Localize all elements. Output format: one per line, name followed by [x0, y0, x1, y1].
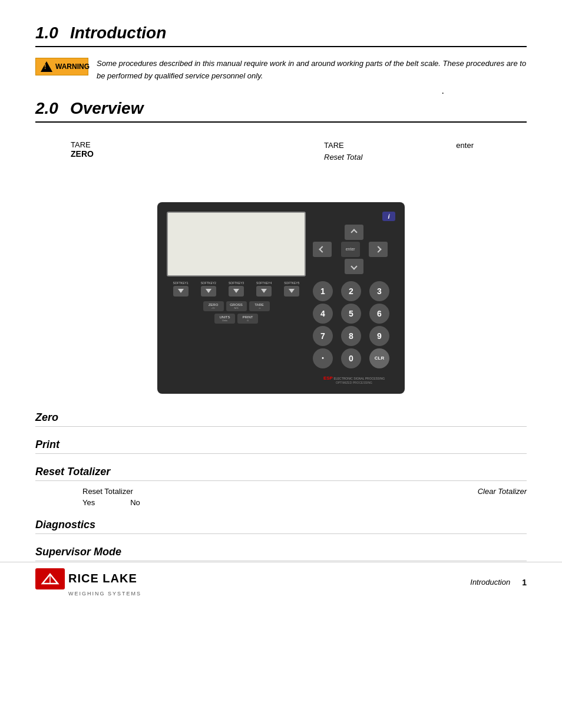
clear-totalizer-label: Clear Totalizer [478, 487, 527, 496]
print-btn[interactable]: PRINT⊙ [237, 314, 258, 324]
print-section: Print [35, 439, 527, 454]
keypad-device: SOFTKEY1 SOFTKEY2 SOFTKEY3 SOFTKEY4 SOFT… [157, 202, 405, 394]
section-intro-number: 1.0 [35, 24, 58, 42]
softkey4-label: SOFTKEY4 [256, 281, 272, 285]
brand-sub: WEIGHING SYSTEMS [35, 591, 141, 597]
numpad: 1 2 3 4 5 6 7 8 9 • 0 CLR [313, 281, 395, 368]
label-tare-right: TARE [324, 140, 344, 150]
softkey-labels: SOFTKEY1 SOFTKEY2 SOFTKEY3 SOFTKEY4 SOFT… [167, 281, 306, 285]
zero-heading: Zero [35, 411, 527, 427]
nav-right-icon [375, 246, 382, 252]
keypad-wrapper: SOFTKEY1 SOFTKEY2 SOFTKEY3 SOFTKEY4 SOFT… [35, 202, 527, 394]
label-tare-left-text: TARE [71, 140, 94, 149]
brand-name: RICE LAKE [68, 572, 137, 585]
num-5-btn[interactable]: 5 [341, 304, 361, 324]
softkey1-arrow-icon [178, 289, 184, 293]
rice-lake-icon [35, 568, 65, 589]
esp-text: ESP [323, 375, 333, 381]
label-tare-left: TARE ZERO [71, 140, 94, 159]
zero-btn[interactable]: ZERO↓O↑ [203, 301, 224, 311]
footer-right: Introduction 1 [470, 578, 527, 587]
softkey3-arrow-icon [233, 289, 239, 293]
section-intro-title: Introduction [70, 24, 166, 42]
esp-optimized: OPTIMIZED PROCESSING [313, 381, 395, 384]
num-1-btn[interactable]: 1 [313, 281, 333, 301]
label-zero-left-text: ZERO [71, 149, 94, 159]
diagnostics-section: Diagnostics [35, 519, 527, 534]
warning-badge: WARNING [35, 58, 88, 75]
softkey3-btn[interactable] [229, 286, 244, 297]
zero-section: Zero [35, 411, 527, 427]
nav-left-btn[interactable] [313, 242, 332, 257]
label-reset-total: Reset Total [324, 152, 362, 162]
warning-badge-text: WARNING [55, 62, 90, 71]
keypad-section: TARE ZERO TARE enter Reset Total [35, 140, 527, 394]
softkey2-btn[interactable] [201, 286, 216, 297]
softkey1-btn[interactable] [173, 286, 189, 297]
fn-row-2: UNITSUnits PRINT⊙ [167, 314, 306, 324]
gross-btn[interactable]: GROSSN/G [226, 301, 247, 311]
nav-down-icon [351, 263, 357, 269]
keypad-inner: SOFTKEY1 SOFTKEY2 SOFTKEY3 SOFTKEY4 SOFT… [167, 212, 395, 384]
num-0-btn[interactable]: 0 [341, 348, 361, 368]
nav-enter-label: enter [346, 247, 355, 251]
reset-totalizer-section: Reset Totalizer Reset Totalizer Clear To… [35, 466, 527, 507]
info-btn[interactable]: i [382, 212, 395, 221]
yes-label: Yes [35, 498, 95, 507]
softkey1-label: SOFTKEY1 [173, 281, 189, 285]
num-8-btn[interactable]: 8 [341, 326, 361, 346]
supervisor-heading: Supervisor Mode [35, 546, 527, 561]
softkey5-label: SOFTKEY5 [284, 281, 299, 285]
page-container: 1.0 Introduction . WARNING Some procedur… [0, 0, 562, 608]
no-label: No [130, 498, 140, 507]
warning-triangle-icon [41, 61, 52, 72]
keypad-right-panel: i enter [313, 212, 395, 384]
num-3-btn[interactable]: 3 [369, 281, 389, 301]
diagnostics-heading: Diagnostics [35, 519, 527, 534]
esp-sub: ELECTRONIC SIGNAL PROCESSING [334, 377, 385, 380]
reset-totalizer-heading: Reset Totalizer [35, 466, 527, 481]
units-btn[interactable]: UNITSUnits [214, 314, 235, 324]
rice-lake-svg [40, 572, 60, 586]
section-overview-heading: 2.0 Overview [35, 99, 527, 123]
esp-logo: ESP ELECTRONIC SIGNAL PROCESSING OPTIMIZ… [313, 375, 395, 384]
keypad-left-panel: SOFTKEY1 SOFTKEY2 SOFTKEY3 SOFTKEY4 SOFT… [167, 212, 306, 384]
num-4-btn[interactable]: 4 [313, 304, 333, 324]
display-screen [167, 212, 306, 276]
nav-up-btn[interactable] [345, 225, 363, 240]
softkey2-label: SOFTKEY2 [201, 281, 216, 285]
num-6-btn[interactable]: 6 [369, 304, 389, 324]
section-intro-heading: 1.0 Introduction [35, 24, 527, 47]
warning-text: Some procedures described in this manual… [97, 58, 527, 83]
softkeys-row [167, 286, 306, 297]
nav-up-icon [351, 229, 357, 235]
num-9-btn[interactable]: 9 [369, 326, 389, 346]
num-2-btn[interactable]: 2 [341, 281, 361, 301]
nav-down-btn[interactable] [345, 259, 363, 274]
footer-page-number: 1 [522, 578, 527, 587]
tare-btn[interactable]: TARE⇒ [249, 301, 270, 311]
softkey4-arrow-icon [261, 289, 267, 293]
nav-left-icon [319, 246, 325, 252]
label-reset-total-text: Reset Total [324, 153, 362, 162]
rice-lake-logo: RICE LAKE WEIGHING SYSTEMS [35, 568, 141, 597]
softkey2-arrow-icon [206, 289, 211, 293]
warning-box: WARNING Some procedures described in thi… [35, 58, 527, 83]
softkey5-arrow-icon [289, 289, 295, 293]
rice-lake-brand: RICE LAKE [35, 568, 137, 589]
softkey3-label: SOFTKEY3 [229, 281, 244, 285]
nav-right-btn[interactable] [369, 242, 388, 257]
nav-enter-btn[interactable]: enter [341, 242, 360, 257]
softkey4-btn[interactable] [256, 286, 272, 297]
num-dot-btn[interactable]: • [313, 348, 333, 368]
label-tare-right-text: TARE [324, 141, 344, 150]
nav-cluster: enter [313, 225, 395, 274]
print-heading: Print [35, 439, 527, 454]
num-7-btn[interactable]: 7 [313, 326, 333, 346]
softkey5-btn[interactable] [284, 286, 299, 297]
clr-btn[interactable]: CLR [369, 348, 389, 368]
label-enter-right: enter [456, 140, 474, 150]
label-enter-text: enter [456, 141, 474, 150]
reset-totalizer-row: Reset Totalizer Clear Totalizer [35, 487, 527, 496]
fn-row-1: ZERO↓O↑ GROSSN/G TARE⇒ [167, 301, 306, 311]
